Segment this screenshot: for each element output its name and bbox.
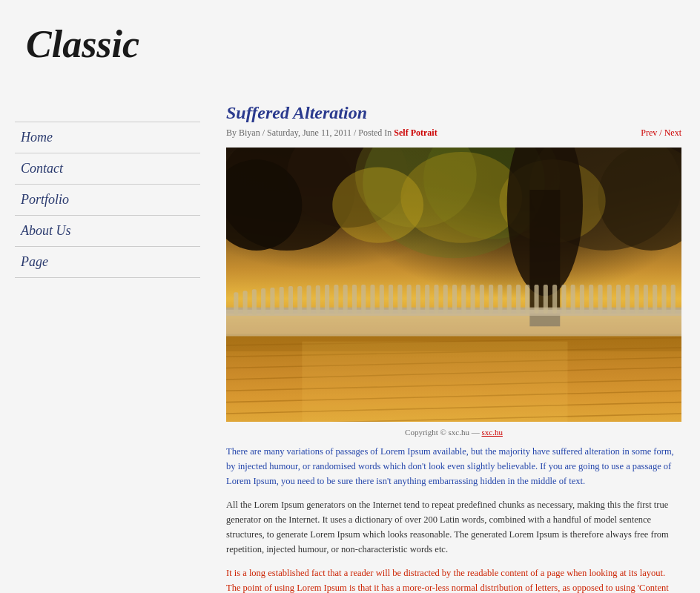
- svg-rect-58: [507, 285, 512, 314]
- logo-text: Classic: [26, 23, 139, 65]
- svg-rect-76: [671, 285, 676, 314]
- svg-rect-51: [443, 285, 448, 314]
- svg-rect-73: [644, 285, 648, 314]
- post-body: There are many variations of passages of…: [226, 444, 681, 593]
- nav-link-contact[interactable]: Contact: [15, 153, 200, 184]
- svg-rect-36: [306, 285, 311, 314]
- svg-rect-35: [297, 286, 302, 314]
- svg-rect-43: [370, 285, 374, 314]
- svg-rect-65: [571, 285, 575, 314]
- svg-rect-44: [380, 285, 384, 314]
- logo: Classic: [15, 7, 141, 85]
- svg-rect-50: [434, 285, 438, 314]
- svg-rect-30: [252, 289, 257, 315]
- svg-rect-45: [389, 285, 393, 314]
- svg-rect-28: [234, 292, 238, 315]
- svg-rect-29: [243, 291, 248, 315]
- svg-rect-63: [552, 285, 557, 314]
- nav-menu: Home Contact Portfolio About Us Page: [15, 122, 200, 278]
- svg-rect-40: [343, 285, 348, 314]
- svg-rect-54: [471, 285, 475, 314]
- nav-link-portfolio[interactable]: Portfolio: [15, 185, 200, 215]
- svg-rect-56: [489, 285, 493, 314]
- svg-rect-42: [361, 285, 366, 314]
- svg-rect-74: [653, 285, 657, 314]
- svg-rect-72: [635, 285, 639, 314]
- svg-rect-64: [561, 285, 566, 314]
- svg-rect-48: [416, 285, 420, 314]
- paragraph-2: All the Lorem Ipsum generators on the In…: [226, 497, 681, 557]
- svg-rect-67: [589, 285, 593, 314]
- main-content: Suffered Alteration By Biyan / Saturday,…: [215, 92, 685, 593]
- nav-item-page[interactable]: Page: [15, 247, 200, 278]
- post-meta: By Biyan / Saturday, June 11, 2011 / Pos…: [226, 127, 681, 139]
- nav-link-about[interactable]: About Us: [15, 216, 200, 246]
- svg-rect-53: [461, 285, 466, 314]
- svg-rect-38: [325, 285, 329, 314]
- image-copyright: Copyright © sxc.hu — sxc.hu: [226, 428, 681, 437]
- svg-rect-59: [516, 285, 521, 314]
- svg-rect-47: [407, 285, 412, 314]
- svg-rect-32: [270, 288, 274, 315]
- post-image-container: [226, 148, 681, 422]
- nav-item-portfolio[interactable]: Portfolio: [15, 185, 200, 216]
- svg-rect-39: [334, 285, 338, 314]
- sidebar: Home Contact Portfolio About Us Page: [15, 92, 215, 593]
- svg-rect-55: [480, 285, 484, 314]
- post-image: [226, 148, 681, 422]
- svg-rect-41: [352, 285, 357, 314]
- paragraph-3: It is a long established fact that a rea…: [226, 566, 681, 593]
- svg-rect-49: [425, 285, 429, 314]
- svg-rect-68: [598, 285, 602, 314]
- paragraph-1: There are many variations of passages of…: [226, 444, 681, 488]
- svg-rect-62: [544, 285, 548, 314]
- svg-rect-46: [397, 285, 402, 314]
- svg-rect-70: [616, 285, 621, 314]
- svg-rect-33: [280, 287, 284, 314]
- svg-rect-71: [625, 285, 630, 314]
- svg-rect-78: [302, 342, 567, 422]
- copyright-link[interactable]: sxc.hu: [481, 428, 502, 437]
- nav-item-contact[interactable]: Contact: [15, 153, 200, 185]
- nav-link-page[interactable]: Page: [15, 247, 200, 277]
- svg-rect-61: [534, 285, 538, 314]
- post-meta-text: By Biyan / Saturday, June 11, 2011 / Pos…: [226, 127, 438, 139]
- svg-rect-75: [661, 285, 666, 314]
- svg-rect-57: [498, 285, 502, 314]
- svg-rect-60: [525, 285, 529, 314]
- category-link[interactable]: Self Potrait: [394, 127, 437, 138]
- nav-item-about[interactable]: About Us: [15, 216, 200, 247]
- post-title: Suffered Alteration: [226, 103, 681, 123]
- svg-rect-34: [288, 286, 293, 314]
- svg-rect-31: [261, 288, 265, 315]
- nav-item-home[interactable]: Home: [15, 122, 200, 153]
- nav-link-home[interactable]: Home: [15, 122, 200, 153]
- svg-rect-37: [316, 285, 320, 314]
- svg-rect-66: [580, 285, 584, 314]
- svg-rect-69: [607, 285, 612, 314]
- prev-next[interactable]: Prev / Next: [641, 127, 681, 139]
- svg-rect-52: [452, 285, 457, 314]
